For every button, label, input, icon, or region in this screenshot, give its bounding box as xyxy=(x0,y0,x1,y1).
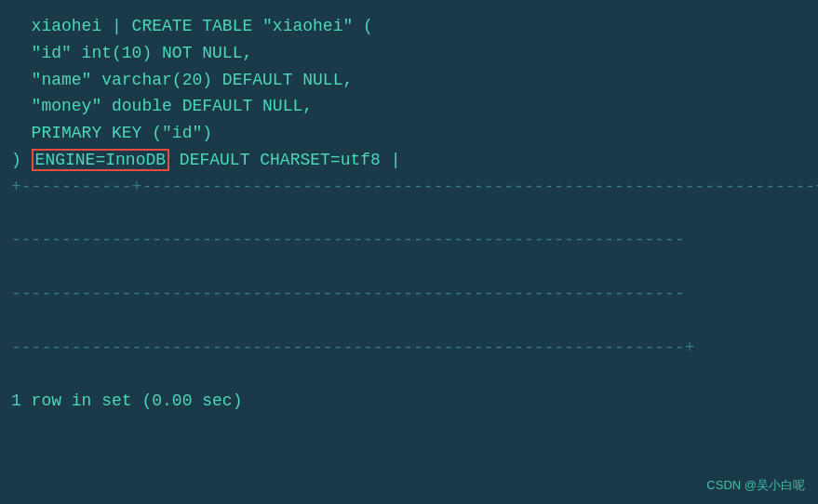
empty-1 xyxy=(11,201,807,228)
code-block: xiaohei | CREATE TABLE "xiaohei" ( "id" … xyxy=(11,7,807,420)
code-line-4: "money" double DEFAULT NULL, xyxy=(11,93,807,120)
empty-2 xyxy=(11,254,807,281)
code-line-5: PRIMARY KEY ("id") xyxy=(11,120,807,147)
result-line: 1 row in set (0.00 sec) xyxy=(11,388,807,415)
divider-3: ----------------------------------------… xyxy=(11,281,807,308)
terminal-window: xiaohei | CREATE TABLE "xiaohei" ( "id" … xyxy=(0,0,818,504)
innodb-highlight: ENGINE=InnoDB xyxy=(32,149,169,171)
code-line-1: xiaohei | CREATE TABLE "xiaohei" ( xyxy=(11,13,807,40)
code-line-3: "name" varchar(20) DEFAULT NULL, xyxy=(11,67,807,94)
empty-4 xyxy=(11,361,807,388)
watermark: CSDN @吴小白呢 xyxy=(706,476,805,495)
empty-3 xyxy=(11,308,807,335)
code-line-2: "id" int(10) NOT NULL, xyxy=(11,40,807,67)
divider-4: ----------------------------------------… xyxy=(11,335,807,362)
divider-2: ----------------------------------------… xyxy=(11,227,807,254)
code-line-6: ) ENGINE=InnoDB DEFAULT CHARSET=utf8 | xyxy=(11,147,807,174)
divider-1: +-----------+---------------------------… xyxy=(11,174,807,201)
